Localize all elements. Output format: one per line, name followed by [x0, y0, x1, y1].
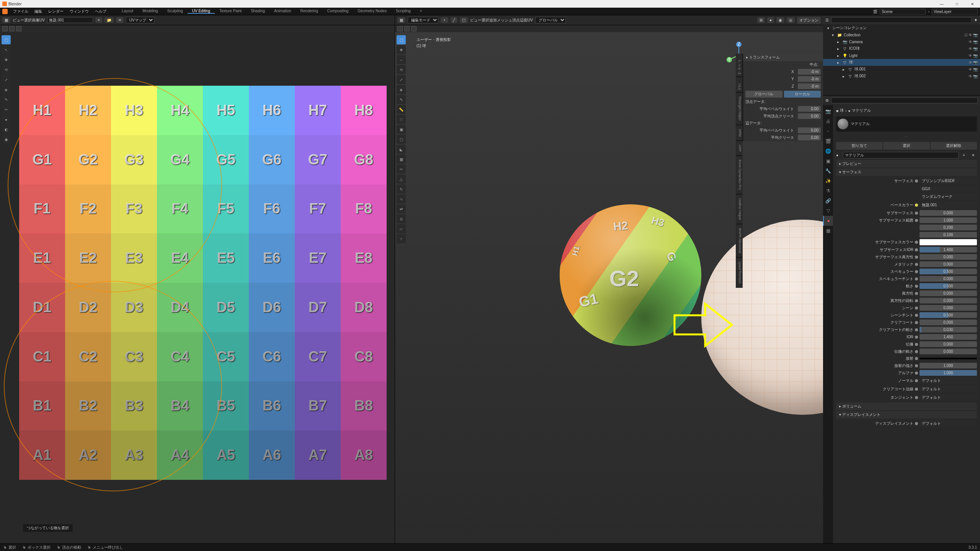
- deselect-button[interactable]: 選択解除: [931, 142, 977, 150]
- tool-polybuild[interactable]: △: [397, 174, 406, 184]
- tool-cursor[interactable]: ⬚: [2, 35, 11, 44]
- workspace-tab[interactable]: Rendering: [296, 9, 323, 14]
- tool-annotate[interactable]: ✎: [2, 95, 11, 104]
- clearcoat-slider[interactable]: 0.000: [920, 320, 977, 325]
- trans-rough-slider[interactable]: 0.000: [920, 349, 977, 354]
- overlay-toggle[interactable]: [411, 26, 416, 31]
- uv-display-toggle[interactable]: [9, 26, 15, 31]
- collection-row[interactable]: ▾📁Collection ☑👁📷: [823, 31, 980, 38]
- z-value[interactable]: -0 m: [798, 83, 821, 89]
- transform-header[interactable]: ▸ トランスフォーム: [743, 54, 823, 61]
- bevel-weight-value[interactable]: 0.00: [798, 106, 821, 112]
- minimize-button[interactable]: —: [934, 0, 949, 8]
- outliner-item[interactable]: ▸💡Light👁📷: [823, 52, 980, 59]
- tab-world[interactable]: 🌐: [823, 146, 833, 156]
- tab-object[interactable]: ▣: [823, 156, 833, 166]
- tool-annotate[interactable]: ✎: [397, 95, 406, 104]
- close-button[interactable]: ✕: [965, 0, 980, 8]
- emission-color[interactable]: [920, 358, 977, 359]
- edge-bevel-value[interactable]: 0.00: [798, 127, 821, 133]
- uv-open-image-button[interactable]: 📁: [105, 17, 114, 23]
- uv-canvas[interactable]: ⬚ ↖ ✥ ⟲ ⤢ ◈ ✎ ✂ ● ◐ ◉ H1H2H3H4H5H6H7H8G1…: [0, 32, 395, 543]
- distribution-select[interactable]: GGX: [920, 186, 977, 192]
- tab-physics[interactable]: ⚗: [823, 186, 833, 196]
- n-tab[interactable]: ARP: [736, 141, 743, 156]
- sheentint-slider[interactable]: 0.500: [920, 312, 977, 318]
- props-search[interactable]: [831, 98, 978, 103]
- tool-bevel[interactable]: ◣: [397, 145, 406, 154]
- add-slot[interactable]: ⋯: [838, 135, 975, 139]
- material-slot[interactable]: マテリアル: [836, 116, 977, 132]
- outliner-item[interactable]: ▸▽ICO球👁📷: [823, 45, 980, 52]
- tab-modifier[interactable]: 🔧: [823, 166, 833, 176]
- props-type-icon[interactable]: ⚙: [825, 98, 829, 103]
- tool-measure[interactable]: 📏: [397, 105, 406, 114]
- uv-menu-ビュー[interactable]: ビュー: [13, 18, 24, 22]
- sheen-slider[interactable]: 0.000: [920, 305, 977, 311]
- scene-collection-row[interactable]: ▾シーンコレクション: [823, 24, 980, 31]
- vp-menu-頂点[interactable]: 頂点: [512, 18, 520, 22]
- edge-crease-value[interactable]: 0.00: [798, 135, 821, 140]
- transmission-slider[interactable]: 0.000: [920, 341, 977, 347]
- menu-ウィンドウ[interactable]: ウィンドウ: [67, 9, 92, 13]
- tool-select-box[interactable]: ⬚: [397, 35, 406, 44]
- workspace-tab[interactable]: UV Editing: [188, 9, 215, 14]
- workspace-tab[interactable]: Scripting: [391, 9, 415, 14]
- workspace-tab[interactable]: Sculpting: [163, 9, 188, 14]
- workspace-tab[interactable]: Shading: [246, 9, 270, 14]
- tab-scene[interactable]: 🎬: [823, 136, 833, 146]
- shading-rendered-button[interactable]: ◎: [787, 17, 795, 23]
- shading-material-button[interactable]: ◉: [776, 17, 784, 23]
- subsurf-color[interactable]: [920, 239, 977, 245]
- cc-rough-slider[interactable]: 0.030: [920, 327, 977, 333]
- uv-menu-画像[interactable]: 画像: [32, 18, 39, 22]
- subsurf-aniso-slider[interactable]: 0.000: [920, 254, 977, 260]
- tangent-input[interactable]: デフォルト: [920, 394, 977, 401]
- workspace-tab[interactable]: Texture Paint: [215, 9, 246, 14]
- tab-material[interactable]: ●: [823, 216, 833, 226]
- menu-編集[interactable]: 編集: [31, 9, 45, 13]
- tool-relax[interactable]: ◐: [2, 125, 11, 134]
- select-button[interactable]: 選択: [883, 142, 929, 150]
- volume-header[interactable]: ▸ ボリューム: [836, 403, 977, 410]
- uv-unlink-button[interactable]: ✕: [116, 17, 124, 23]
- vp-menu-追加[interactable]: 追加: [489, 18, 497, 22]
- n-tab[interactable]: VRM: [736, 125, 743, 141]
- workspace-tab[interactable]: Animation: [270, 9, 296, 14]
- workspace-tab[interactable]: Geometry Nodes: [353, 9, 391, 14]
- assign-button[interactable]: 割り当て: [836, 142, 882, 150]
- menu-ファイル[interactable]: ファイル: [10, 9, 31, 13]
- mode-select[interactable]: 編集モード: [408, 17, 438, 23]
- displacement-header[interactable]: ▾ ディスプレイスメント: [836, 411, 977, 419]
- orientation-select[interactable]: グローバル: [535, 17, 566, 23]
- subsurf-ior-slider[interactable]: 1.400: [920, 247, 977, 253]
- tool-scale[interactable]: ⤢: [2, 75, 11, 84]
- tool-spin[interactable]: ↻: [397, 184, 406, 194]
- subsurf-radius-1[interactable]: 1.000: [920, 217, 977, 223]
- new-material-button[interactable]: +: [960, 153, 968, 157]
- tool-extrude[interactable]: ▣: [397, 125, 406, 134]
- vp-menu-ビュー[interactable]: ビュー: [470, 18, 482, 22]
- subsurf-radius-3[interactable]: 0.100: [920, 232, 977, 238]
- tab-viewlayer[interactable]: ▫: [823, 126, 833, 136]
- workspace-tab[interactable]: +: [415, 9, 427, 14]
- n-tab[interactable]: Outline Helper: [736, 194, 743, 225]
- preview-header[interactable]: ▸ プレビュー: [836, 160, 977, 168]
- n-tab[interactable]: Bone Dynamics Pro: [736, 156, 743, 194]
- tool-shrink[interactable]: ⊙: [397, 214, 406, 223]
- tool-rip[interactable]: ✂: [2, 105, 11, 114]
- tool-shear[interactable]: ▱: [397, 224, 406, 233]
- subsurf-method-select[interactable]: ランダムウォーク: [920, 193, 977, 200]
- vp-menu-UV[interactable]: UV: [528, 18, 533, 22]
- workspace-tab[interactable]: Layout: [117, 9, 138, 14]
- menu-ヘルプ[interactable]: ヘルプ: [92, 9, 109, 13]
- scene-name-input[interactable]: [880, 9, 926, 15]
- ior-value[interactable]: 1.450: [920, 334, 977, 340]
- overlay-toggle[interactable]: [397, 26, 403, 31]
- n-tab[interactable]: BNPR Abnormal: [736, 224, 743, 258]
- workspace-tab[interactable]: Modeling: [138, 9, 163, 14]
- vp-menu-選択[interactable]: 選択: [482, 18, 489, 22]
- uv-display-toggle[interactable]: [2, 26, 8, 31]
- speculartint-slider[interactable]: 0.000: [920, 276, 977, 282]
- options-button[interactable]: オプション: [797, 17, 821, 24]
